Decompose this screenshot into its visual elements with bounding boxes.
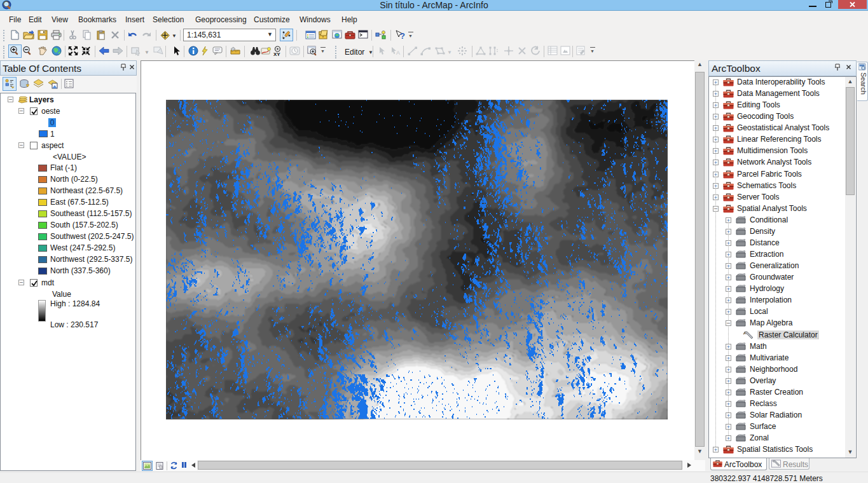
svg-text:?: ?	[400, 31, 405, 40]
svg-text:A: A	[396, 50, 400, 55]
svg-text:XY: XY	[273, 51, 280, 57]
